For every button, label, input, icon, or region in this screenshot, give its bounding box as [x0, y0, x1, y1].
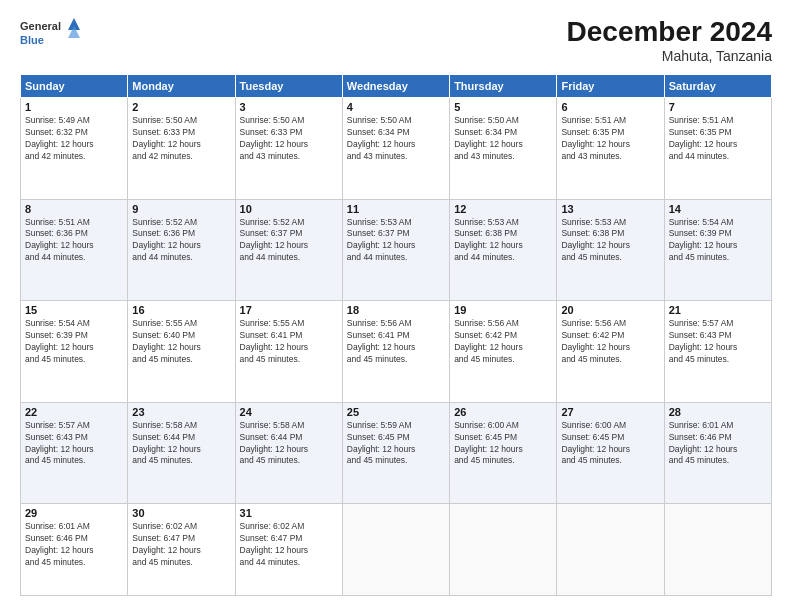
table-cell: 16Sunrise: 5:55 AM Sunset: 6:40 PM Dayli…	[128, 301, 235, 403]
table-cell	[342, 504, 449, 596]
table-cell: 3Sunrise: 5:50 AM Sunset: 6:33 PM Daylig…	[235, 98, 342, 200]
day-detail: Sunrise: 5:58 AM Sunset: 6:44 PM Dayligh…	[240, 420, 338, 468]
table-cell: 17Sunrise: 5:55 AM Sunset: 6:41 PM Dayli…	[235, 301, 342, 403]
page: General Blue December 2024 Mahuta, Tanza…	[0, 0, 792, 612]
day-number: 13	[561, 203, 659, 215]
day-detail: Sunrise: 5:54 AM Sunset: 6:39 PM Dayligh…	[25, 318, 123, 366]
day-detail: Sunrise: 5:50 AM Sunset: 6:33 PM Dayligh…	[132, 115, 230, 163]
col-tuesday: Tuesday	[235, 75, 342, 98]
day-detail: Sunrise: 6:00 AM Sunset: 6:45 PM Dayligh…	[561, 420, 659, 468]
table-cell: 14Sunrise: 5:54 AM Sunset: 6:39 PM Dayli…	[664, 199, 771, 301]
day-detail: Sunrise: 5:53 AM Sunset: 6:37 PM Dayligh…	[347, 217, 445, 265]
day-detail: Sunrise: 5:58 AM Sunset: 6:44 PM Dayligh…	[132, 420, 230, 468]
day-number: 26	[454, 406, 552, 418]
day-detail: Sunrise: 5:53 AM Sunset: 6:38 PM Dayligh…	[561, 217, 659, 265]
day-number: 23	[132, 406, 230, 418]
day-detail: Sunrise: 5:56 AM Sunset: 6:41 PM Dayligh…	[347, 318, 445, 366]
day-number: 4	[347, 101, 445, 113]
day-detail: Sunrise: 5:51 AM Sunset: 6:35 PM Dayligh…	[669, 115, 767, 163]
col-saturday: Saturday	[664, 75, 771, 98]
calendar-subtitle: Mahuta, Tanzania	[567, 48, 772, 64]
day-detail: Sunrise: 6:00 AM Sunset: 6:45 PM Dayligh…	[454, 420, 552, 468]
day-number: 15	[25, 304, 123, 316]
table-cell: 23Sunrise: 5:58 AM Sunset: 6:44 PM Dayli…	[128, 402, 235, 504]
day-number: 16	[132, 304, 230, 316]
col-monday: Monday	[128, 75, 235, 98]
day-detail: Sunrise: 5:56 AM Sunset: 6:42 PM Dayligh…	[561, 318, 659, 366]
day-detail: Sunrise: 5:51 AM Sunset: 6:35 PM Dayligh…	[561, 115, 659, 163]
day-detail: Sunrise: 5:50 AM Sunset: 6:34 PM Dayligh…	[347, 115, 445, 163]
table-cell: 8Sunrise: 5:51 AM Sunset: 6:36 PM Daylig…	[21, 199, 128, 301]
day-number: 30	[132, 507, 230, 519]
table-cell: 26Sunrise: 6:00 AM Sunset: 6:45 PM Dayli…	[450, 402, 557, 504]
day-number: 29	[25, 507, 123, 519]
table-cell: 18Sunrise: 5:56 AM Sunset: 6:41 PM Dayli…	[342, 301, 449, 403]
day-number: 9	[132, 203, 230, 215]
day-number: 22	[25, 406, 123, 418]
day-detail: Sunrise: 5:52 AM Sunset: 6:36 PM Dayligh…	[132, 217, 230, 265]
table-cell: 21Sunrise: 5:57 AM Sunset: 6:43 PM Dayli…	[664, 301, 771, 403]
day-number: 7	[669, 101, 767, 113]
svg-text:General: General	[20, 20, 61, 32]
day-number: 1	[25, 101, 123, 113]
day-detail: Sunrise: 5:50 AM Sunset: 6:33 PM Dayligh…	[240, 115, 338, 163]
table-cell: 25Sunrise: 5:59 AM Sunset: 6:45 PM Dayli…	[342, 402, 449, 504]
day-number: 20	[561, 304, 659, 316]
calendar-table: Sunday Monday Tuesday Wednesday Thursday…	[20, 74, 772, 596]
table-cell: 6Sunrise: 5:51 AM Sunset: 6:35 PM Daylig…	[557, 98, 664, 200]
table-cell: 1Sunrise: 5:49 AM Sunset: 6:32 PM Daylig…	[21, 98, 128, 200]
day-number: 10	[240, 203, 338, 215]
header-row: Sunday Monday Tuesday Wednesday Thursday…	[21, 75, 772, 98]
day-number: 28	[669, 406, 767, 418]
logo-svg: General Blue	[20, 16, 80, 52]
day-detail: Sunrise: 5:49 AM Sunset: 6:32 PM Dayligh…	[25, 115, 123, 163]
day-number: 21	[669, 304, 767, 316]
table-cell: 7Sunrise: 5:51 AM Sunset: 6:35 PM Daylig…	[664, 98, 771, 200]
svg-text:Blue: Blue	[20, 34, 44, 46]
day-number: 14	[669, 203, 767, 215]
table-cell: 29Sunrise: 6:01 AM Sunset: 6:46 PM Dayli…	[21, 504, 128, 596]
col-sunday: Sunday	[21, 75, 128, 98]
day-number: 8	[25, 203, 123, 215]
day-detail: Sunrise: 5:55 AM Sunset: 6:40 PM Dayligh…	[132, 318, 230, 366]
table-cell: 9Sunrise: 5:52 AM Sunset: 6:36 PM Daylig…	[128, 199, 235, 301]
table-cell: 22Sunrise: 5:57 AM Sunset: 6:43 PM Dayli…	[21, 402, 128, 504]
day-number: 27	[561, 406, 659, 418]
day-detail: Sunrise: 5:50 AM Sunset: 6:34 PM Dayligh…	[454, 115, 552, 163]
day-detail: Sunrise: 6:02 AM Sunset: 6:47 PM Dayligh…	[132, 521, 230, 569]
table-cell: 2Sunrise: 5:50 AM Sunset: 6:33 PM Daylig…	[128, 98, 235, 200]
day-number: 19	[454, 304, 552, 316]
day-detail: Sunrise: 5:51 AM Sunset: 6:36 PM Dayligh…	[25, 217, 123, 265]
table-cell: 5Sunrise: 5:50 AM Sunset: 6:34 PM Daylig…	[450, 98, 557, 200]
day-detail: Sunrise: 6:02 AM Sunset: 6:47 PM Dayligh…	[240, 521, 338, 569]
table-cell: 4Sunrise: 5:50 AM Sunset: 6:34 PM Daylig…	[342, 98, 449, 200]
table-cell: 19Sunrise: 5:56 AM Sunset: 6:42 PM Dayli…	[450, 301, 557, 403]
day-detail: Sunrise: 6:01 AM Sunset: 6:46 PM Dayligh…	[669, 420, 767, 468]
table-cell	[557, 504, 664, 596]
day-detail: Sunrise: 5:56 AM Sunset: 6:42 PM Dayligh…	[454, 318, 552, 366]
table-cell: 28Sunrise: 6:01 AM Sunset: 6:46 PM Dayli…	[664, 402, 771, 504]
day-number: 11	[347, 203, 445, 215]
table-cell: 27Sunrise: 6:00 AM Sunset: 6:45 PM Dayli…	[557, 402, 664, 504]
calendar-title: December 2024	[567, 16, 772, 48]
day-number: 12	[454, 203, 552, 215]
table-cell: 31Sunrise: 6:02 AM Sunset: 6:47 PM Dayli…	[235, 504, 342, 596]
header: General Blue December 2024 Mahuta, Tanza…	[20, 16, 772, 64]
title-block: December 2024 Mahuta, Tanzania	[567, 16, 772, 64]
logo: General Blue	[20, 16, 80, 52]
day-detail: Sunrise: 5:57 AM Sunset: 6:43 PM Dayligh…	[669, 318, 767, 366]
col-friday: Friday	[557, 75, 664, 98]
day-number: 24	[240, 406, 338, 418]
table-cell: 13Sunrise: 5:53 AM Sunset: 6:38 PM Dayli…	[557, 199, 664, 301]
day-detail: Sunrise: 5:53 AM Sunset: 6:38 PM Dayligh…	[454, 217, 552, 265]
day-detail: Sunrise: 5:57 AM Sunset: 6:43 PM Dayligh…	[25, 420, 123, 468]
day-detail: Sunrise: 5:52 AM Sunset: 6:37 PM Dayligh…	[240, 217, 338, 265]
day-number: 17	[240, 304, 338, 316]
col-wednesday: Wednesday	[342, 75, 449, 98]
day-number: 25	[347, 406, 445, 418]
day-number: 18	[347, 304, 445, 316]
day-number: 5	[454, 101, 552, 113]
col-thursday: Thursday	[450, 75, 557, 98]
table-cell: 10Sunrise: 5:52 AM Sunset: 6:37 PM Dayli…	[235, 199, 342, 301]
day-detail: Sunrise: 5:54 AM Sunset: 6:39 PM Dayligh…	[669, 217, 767, 265]
